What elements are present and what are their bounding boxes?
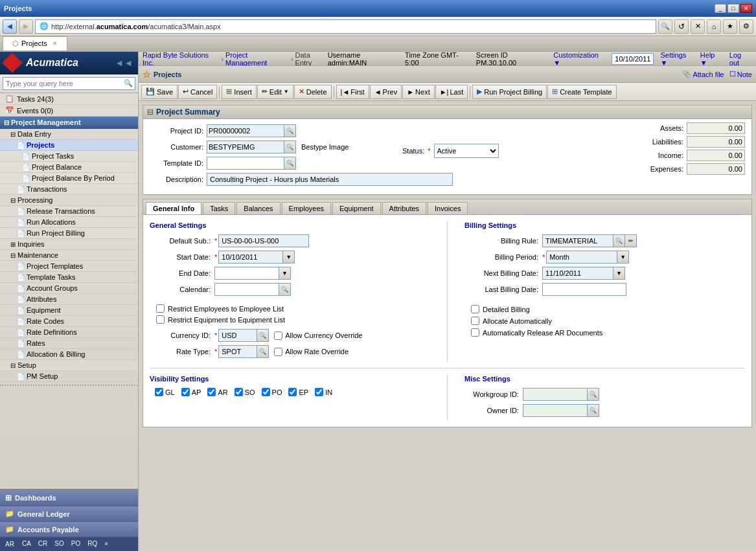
sidebar-collapse-icon[interactable]: ◄◄ <box>115 58 133 68</box>
page-title-star[interactable]: ☆ <box>143 69 151 80</box>
status-select[interactable]: Active Inactive Completed <box>434 144 499 158</box>
start-date-picker[interactable]: ▼ <box>283 251 295 264</box>
sidebar-item-run-allocations[interactable]: 📄 Run Allocations <box>0 217 138 228</box>
tab-equipment[interactable]: Equipment <box>332 202 381 214</box>
sidebar-item-rate-definitions[interactable]: 📄 Rate Definitions <box>0 327 138 338</box>
project-id-lookup[interactable]: 🔍 <box>284 124 296 137</box>
tab-balances[interactable]: Balances <box>236 202 280 214</box>
next-billing-date-input[interactable] <box>542 267 613 280</box>
start-date-input[interactable] <box>218 251 283 264</box>
default-sub-input[interactable] <box>218 234 309 247</box>
forward-button[interactable]: ► <box>19 19 33 34</box>
sidebar-bottom-dashboards[interactable]: ⊞ Dashboards <box>0 490 138 506</box>
project-id-input[interactable] <box>207 124 284 137</box>
rate-type-input[interactable] <box>218 345 257 358</box>
stop-button[interactable]: ✕ <box>691 19 705 34</box>
close-button[interactable]: ✕ <box>740 4 752 13</box>
tab-so[interactable]: SO <box>51 539 67 550</box>
tab-tasks[interactable]: Tasks <box>203 202 235 214</box>
sidebar-group-maintenance[interactable]: ⊟ Maintenance <box>0 250 138 261</box>
prev-button[interactable]: ◄ Prev <box>370 85 402 99</box>
vis-ap-checkbox[interactable] <box>181 388 190 396</box>
sidebar-group-project-mgmt[interactable]: ⊟ Project Management <box>0 117 138 129</box>
settings-btn[interactable]: Settings ▼ <box>660 52 693 67</box>
refresh-button[interactable]: ↺ <box>674 19 689 34</box>
edit-button[interactable]: ✏ Edit ▼ <box>257 85 293 99</box>
tab-invoices[interactable]: Invoices <box>428 202 468 214</box>
tab-cr[interactable]: CR <box>35 539 51 550</box>
sidebar-search-input[interactable] <box>3 77 135 90</box>
detailed-billing-checkbox[interactable] <box>471 305 479 313</box>
sidebar-item-attributes[interactable]: 📄 Attributes <box>0 294 138 305</box>
sidebar-item-project-templates[interactable]: 📄 Project Templates <box>0 261 138 272</box>
last-billing-date-input[interactable] <box>542 283 626 296</box>
tab-attributes[interactable]: Attributes <box>382 202 426 214</box>
currency-id-input[interactable] <box>218 329 257 342</box>
address-bar[interactable]: 🌐 http://external.acumatica.com/acumatic… <box>35 19 656 34</box>
sidebar-item-rate-codes[interactable]: 📄 Rate Codes <box>0 316 138 327</box>
tab-po[interactable]: PO <box>68 539 84 550</box>
restrict-employees-checkbox[interactable] <box>156 304 165 313</box>
sidebar-item-transactions[interactable]: 📄 Transactions <box>0 184 138 195</box>
calendar-lookup[interactable]: 🔍 <box>279 283 291 296</box>
tasks-item[interactable]: 📋 Tasks 24(3) <box>0 93 138 105</box>
owner-id-lookup[interactable]: 🔍 <box>588 404 599 417</box>
customer-lookup[interactable]: 🔍 <box>284 141 296 153</box>
sidebar-item-template-tasks[interactable]: 📄 Template Tasks <box>0 272 138 283</box>
last-button[interactable]: ►| Last <box>435 85 468 99</box>
tab-rq[interactable]: RQ <box>84 539 100 550</box>
allocate-auto-checkbox[interactable] <box>471 317 479 325</box>
sidebar-item-project-balance-period[interactable]: 📄 Project Balance By Period <box>0 173 138 184</box>
create-template-button[interactable]: ⊞ Create Template <box>547 85 617 99</box>
sidebar-bottom-accounts-payable[interactable]: 📁 Accounts Payable <box>0 522 138 537</box>
customer-input[interactable] <box>207 141 284 153</box>
owner-id-input[interactable] <box>523 404 588 417</box>
workgroup-id-lookup[interactable]: 🔍 <box>588 388 599 401</box>
currency-id-lookup[interactable]: 🔍 <box>257 329 269 342</box>
template-id-input[interactable] <box>207 157 284 170</box>
tab-employees[interactable]: Employees <box>282 202 331 214</box>
vis-po-checkbox[interactable] <box>262 388 270 396</box>
allow-rate-override-checkbox[interactable] <box>274 348 282 356</box>
next-button[interactable]: ► Next <box>402 85 435 99</box>
billing-rule-edit[interactable]: ✏ <box>625 234 637 247</box>
end-date-input[interactable] <box>214 267 279 280</box>
workgroup-id-input[interactable] <box>523 388 588 401</box>
tab-ca[interactable]: CA <box>19 539 34 550</box>
home-button[interactable]: ⌂ <box>707 19 721 34</box>
template-id-lookup[interactable]: 🔍 <box>284 157 296 170</box>
restrict-equipment-checkbox[interactable] <box>156 315 165 324</box>
sidebar-bottom-general-ledger[interactable]: 📁 General Ledger <box>0 506 138 522</box>
tab-more[interactable]: » <box>101 539 111 550</box>
vis-ep-checkbox[interactable] <box>288 388 297 396</box>
panel-expand-icon[interactable]: ⊟ <box>147 107 154 117</box>
billing-rule-lookup[interactable]: 🔍 <box>613 234 625 247</box>
end-date-picker[interactable]: ▼ <box>279 267 291 280</box>
sidebar-item-account-groups[interactable]: 📄 Account Groups <box>0 283 138 294</box>
minimize-button[interactable]: _ <box>715 4 726 13</box>
projects-tab[interactable]: ⬡ Projects ✕ <box>3 36 67 51</box>
sidebar-item-rates[interactable]: 📄 Rates <box>0 338 138 349</box>
save-button[interactable]: 💾 Save <box>141 85 178 99</box>
calendar-input[interactable] <box>214 283 279 296</box>
billing-period-dropdown[interactable]: ▼ <box>617 251 629 264</box>
tab-close-icon[interactable]: ✕ <box>52 40 58 47</box>
events-item[interactable]: 📅 Events 0(0) <box>0 105 138 117</box>
sidebar-group-processing[interactable]: ⊟ Processing <box>0 195 138 206</box>
sidebar-group-data-entry[interactable]: ⊟ Data Entry <box>0 129 138 140</box>
delete-button[interactable]: ✕ Delete <box>294 85 332 99</box>
sidebar-item-projects[interactable]: 📄 Projects <box>0 140 138 151</box>
favorites-button[interactable]: ★ <box>723 19 737 34</box>
vis-ar-checkbox[interactable] <box>207 388 216 396</box>
note-btn[interactable]: ☐ Note <box>729 70 752 78</box>
vis-so-checkbox[interactable] <box>235 388 243 396</box>
tab-ar[interactable]: AR <box>1 539 18 550</box>
cancel-button[interactable]: ↩ Cancel <box>178 85 217 99</box>
tab-general-info[interactable]: General Info <box>146 202 201 214</box>
next-billing-date-picker[interactable]: ▼ <box>613 267 625 280</box>
help-btn[interactable]: Help ▼ <box>700 52 723 67</box>
sidebar-item-allocation-billing[interactable]: 📄 Allocation & Billing <box>0 349 138 360</box>
description-input[interactable] <box>207 173 453 186</box>
customization-btn[interactable]: Customization ▼ <box>553 52 605 67</box>
sidebar-group-inquiries[interactable]: ⊞ Inquiries <box>0 239 138 250</box>
